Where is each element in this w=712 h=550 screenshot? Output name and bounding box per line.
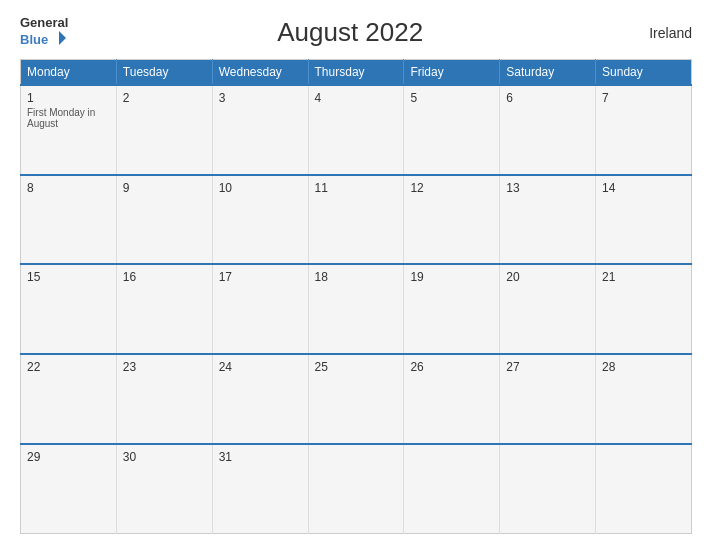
calendar-week-row: 891011121314 — [21, 175, 692, 265]
calendar-cell: 25 — [308, 354, 404, 444]
day-number: 22 — [27, 360, 110, 374]
day-number: 4 — [315, 91, 398, 105]
day-number: 8 — [27, 181, 110, 195]
calendar-cell: 22 — [21, 354, 117, 444]
day-number: 14 — [602, 181, 685, 195]
calendar-cell: 4 — [308, 85, 404, 175]
day-number: 24 — [219, 360, 302, 374]
calendar-cell: 26 — [404, 354, 500, 444]
page: General Blue August 2022 Ireland Monday … — [0, 0, 712, 550]
calendar-cell: 5 — [404, 85, 500, 175]
day-number: 30 — [123, 450, 206, 464]
svg-marker-0 — [59, 31, 66, 45]
calendar-cell: 19 — [404, 264, 500, 354]
day-number: 28 — [602, 360, 685, 374]
calendar-cell — [596, 444, 692, 534]
col-saturday: Saturday — [500, 60, 596, 86]
calendar-cell: 18 — [308, 264, 404, 354]
calendar-cell: 29 — [21, 444, 117, 534]
day-number: 19 — [410, 270, 493, 284]
day-number: 3 — [219, 91, 302, 105]
day-number: 15 — [27, 270, 110, 284]
calendar-header: Monday Tuesday Wednesday Thursday Friday… — [21, 60, 692, 86]
calendar-cell: 21 — [596, 264, 692, 354]
calendar-week-row: 22232425262728 — [21, 354, 692, 444]
calendar-cell: 12 — [404, 175, 500, 265]
calendar-cell: 27 — [500, 354, 596, 444]
calendar-cell: 7 — [596, 85, 692, 175]
calendar-cell — [500, 444, 596, 534]
calendar-week-row: 1First Monday in August234567 — [21, 85, 692, 175]
day-number: 18 — [315, 270, 398, 284]
calendar-cell: 13 — [500, 175, 596, 265]
day-number: 21 — [602, 270, 685, 284]
calendar-cell: 16 — [116, 264, 212, 354]
day-number: 5 — [410, 91, 493, 105]
logo-flag-icon — [50, 29, 68, 47]
day-number: 31 — [219, 450, 302, 464]
country-label: Ireland — [632, 25, 692, 41]
calendar-cell: 6 — [500, 85, 596, 175]
day-number: 26 — [410, 360, 493, 374]
day-number: 7 — [602, 91, 685, 105]
calendar-cell — [308, 444, 404, 534]
logo-general-text: General — [20, 16, 68, 29]
day-number: 23 — [123, 360, 206, 374]
calendar-body: 1First Monday in August23456789101112131… — [21, 85, 692, 534]
calendar-cell: 2 — [116, 85, 212, 175]
header: General Blue August 2022 Ireland — [20, 16, 692, 49]
calendar-cell: 10 — [212, 175, 308, 265]
calendar-week-row: 293031 — [21, 444, 692, 534]
col-wednesday: Wednesday — [212, 60, 308, 86]
calendar-cell: 14 — [596, 175, 692, 265]
day-number: 6 — [506, 91, 589, 105]
calendar-cell — [404, 444, 500, 534]
calendar-cell: 17 — [212, 264, 308, 354]
day-number: 2 — [123, 91, 206, 105]
day-number: 20 — [506, 270, 589, 284]
col-sunday: Sunday — [596, 60, 692, 86]
day-number: 9 — [123, 181, 206, 195]
calendar-cell: 31 — [212, 444, 308, 534]
calendar-week-row: 15161718192021 — [21, 264, 692, 354]
day-number: 29 — [27, 450, 110, 464]
day-number: 12 — [410, 181, 493, 195]
calendar-cell: 30 — [116, 444, 212, 534]
holiday-label: First Monday in August — [27, 107, 110, 129]
calendar-cell: 9 — [116, 175, 212, 265]
calendar-cell: 3 — [212, 85, 308, 175]
calendar-cell: 28 — [596, 354, 692, 444]
day-number: 27 — [506, 360, 589, 374]
day-number: 25 — [315, 360, 398, 374]
day-number: 1 — [27, 91, 110, 105]
calendar-cell: 8 — [21, 175, 117, 265]
calendar-title: August 2022 — [68, 17, 632, 48]
day-number: 16 — [123, 270, 206, 284]
logo: General Blue — [20, 16, 68, 49]
calendar-table: Monday Tuesday Wednesday Thursday Friday… — [20, 59, 692, 534]
calendar-cell: 1First Monday in August — [21, 85, 117, 175]
col-friday: Friday — [404, 60, 500, 86]
logo-blue-text: Blue — [20, 33, 48, 46]
col-monday: Monday — [21, 60, 117, 86]
calendar-cell: 20 — [500, 264, 596, 354]
calendar-cell: 24 — [212, 354, 308, 444]
day-number: 10 — [219, 181, 302, 195]
day-number: 11 — [315, 181, 398, 195]
calendar-cell: 11 — [308, 175, 404, 265]
calendar-cell: 15 — [21, 264, 117, 354]
col-tuesday: Tuesday — [116, 60, 212, 86]
day-number: 13 — [506, 181, 589, 195]
calendar-cell: 23 — [116, 354, 212, 444]
day-number: 17 — [219, 270, 302, 284]
col-thursday: Thursday — [308, 60, 404, 86]
